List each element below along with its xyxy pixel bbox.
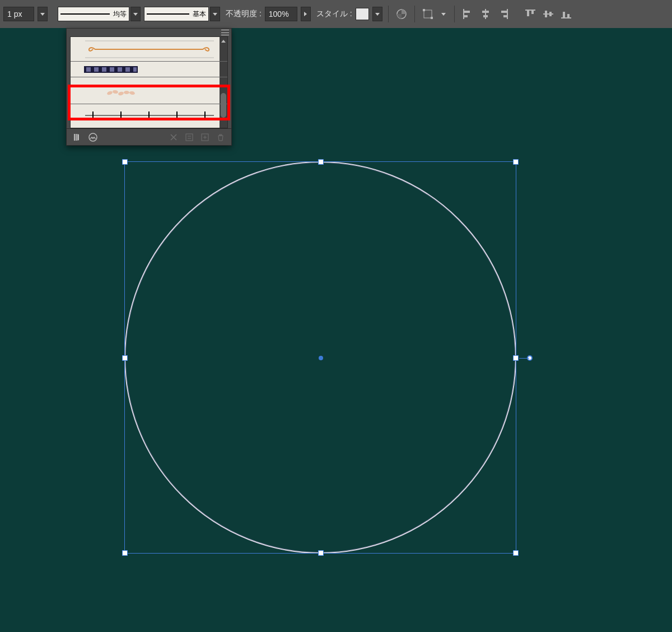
- svg-rect-21: [567, 14, 570, 17]
- svg-rect-27: [94, 67, 99, 72]
- svg-rect-18: [549, 12, 552, 16]
- svg-rect-32: [133, 67, 137, 72]
- svg-point-44: [89, 133, 97, 141]
- svg-rect-11: [501, 11, 507, 13]
- profile-label: 均等: [113, 10, 127, 19]
- style-dropdown[interactable]: [372, 7, 382, 21]
- style-swatch[interactable]: [356, 8, 369, 20]
- align-bottom-icon[interactable]: [559, 7, 573, 21]
- brush-item-leaves[interactable]: [71, 77, 227, 104]
- brush-list: [70, 36, 228, 128]
- recolor-icon[interactable]: [394, 7, 409, 21]
- handle-sw[interactable]: [122, 550, 128, 556]
- brush-item-ticks[interactable]: [71, 104, 227, 127]
- cut-icon[interactable]: [169, 132, 179, 142]
- opacity-flyout[interactable]: [301, 7, 311, 21]
- panel-menu-icon[interactable]: [221, 30, 229, 35]
- library-icon[interactable]: [72, 132, 82, 142]
- handle-e[interactable]: [513, 355, 519, 361]
- align-left-icon[interactable]: [460, 7, 475, 21]
- brush-label: 基本: [193, 10, 206, 19]
- align-hcenter-icon[interactable]: [478, 7, 493, 21]
- svg-rect-6: [464, 15, 468, 17]
- svg-rect-15: [531, 11, 534, 14]
- brush-line-icon: [147, 13, 189, 15]
- svg-rect-31: [125, 67, 130, 72]
- brush-panel-footer: [67, 128, 231, 145]
- svg-rect-9: [483, 15, 488, 17]
- svg-point-37: [129, 91, 135, 95]
- brush-dropdown[interactable]: [210, 7, 220, 21]
- svg-rect-28: [102, 67, 106, 72]
- svg-rect-10: [507, 9, 508, 19]
- svg-rect-16: [543, 13, 553, 15]
- svg-rect-3: [431, 17, 433, 19]
- svg-rect-14: [527, 11, 529, 16]
- style-label: スタイル :: [316, 9, 352, 19]
- opacity-input[interactable]: [265, 7, 297, 21]
- divider: [414, 6, 415, 22]
- stroke-width-dropdown[interactable]: [38, 7, 48, 21]
- svg-point-35: [118, 91, 124, 95]
- svg-point-36: [124, 91, 129, 94]
- align-top-icon[interactable]: [523, 7, 538, 21]
- handle-ne[interactable]: [513, 159, 519, 165]
- transform-dropdown[interactable]: [438, 7, 449, 21]
- svg-rect-5: [464, 11, 470, 13]
- svg-rect-19: [561, 17, 571, 18]
- selection-bounding-box: [124, 161, 516, 554]
- svg-rect-20: [563, 12, 565, 17]
- handle-n[interactable]: [318, 159, 324, 165]
- brush-item-loop-arrow[interactable]: [71, 37, 227, 62]
- svg-rect-12: [503, 15, 507, 17]
- profile-line-icon: [60, 13, 110, 15]
- profile-dropdown[interactable]: [130, 7, 141, 21]
- brush-selector[interactable]: 基本: [144, 7, 220, 21]
- svg-point-33: [106, 90, 113, 95]
- svg-rect-7: [485, 9, 486, 19]
- divider: [454, 6, 455, 22]
- svg-rect-30: [118, 67, 122, 72]
- svg-rect-1: [424, 10, 432, 18]
- brush-panel: [66, 28, 232, 146]
- align-vcenter-icon[interactable]: [541, 7, 556, 21]
- stroke-options-icon[interactable]: [184, 132, 194, 142]
- trash-icon[interactable]: [216, 132, 226, 142]
- svg-rect-45: [186, 134, 193, 141]
- opacity-label: 不透明度 :: [226, 9, 262, 19]
- svg-rect-8: [482, 11, 489, 13]
- center-point: [319, 356, 323, 360]
- divider: [388, 6, 389, 22]
- direction-line: [519, 358, 529, 359]
- svg-rect-26: [86, 67, 91, 72]
- svg-rect-29: [110, 67, 114, 72]
- control-bar: 均等 基本 不透明度 : スタイル :: [0, 0, 672, 28]
- new-brush-icon[interactable]: [200, 132, 210, 142]
- svg-rect-13: [525, 10, 535, 11]
- svg-rect-4: [463, 9, 464, 19]
- brush-item-pattern[interactable]: [71, 62, 227, 77]
- handle-w[interactable]: [122, 355, 128, 361]
- transform-icon[interactable]: [421, 7, 435, 21]
- svg-point-34: [113, 90, 119, 94]
- svg-rect-17: [545, 11, 547, 17]
- handle-nw[interactable]: [122, 159, 128, 165]
- handle-s[interactable]: [318, 550, 324, 556]
- handle-se[interactable]: [513, 550, 519, 556]
- svg-rect-2: [423, 9, 425, 11]
- width-profile-selector[interactable]: 均等: [58, 7, 141, 21]
- cc-libraries-icon[interactable]: [88, 132, 98, 142]
- stroke-width-input[interactable]: [3, 7, 34, 21]
- align-right-icon[interactable]: [496, 7, 511, 21]
